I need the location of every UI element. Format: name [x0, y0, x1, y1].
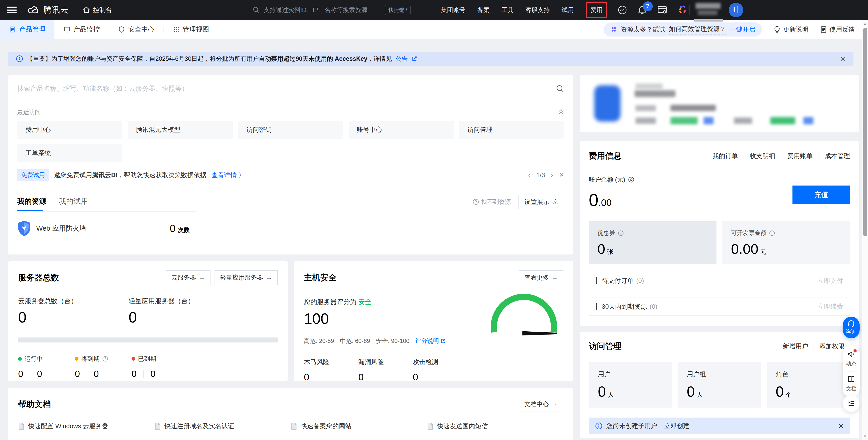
security-notice-banner: 【重要】为了增强您的账户与资产安全保障，自2025年6月30日起，将分批为所有用…: [8, 52, 854, 66]
collapse-chevrons-icon[interactable]: [558, 108, 564, 117]
expiring-resources-row[interactable]: 30天内到期资源 (0) 立即续费: [589, 297, 850, 316]
colorful-pinwheel-icon[interactable]: [677, 5, 687, 15]
consult-button[interactable]: 咨询: [843, 317, 860, 338]
unpaid-orders-row[interactable]: 待支付订单 (0) 立即支付: [589, 272, 850, 290]
announcement-link[interactable]: 公告: [396, 55, 408, 63]
server-card-title: 服务器总数: [18, 272, 59, 283]
tab-management-view[interactable]: 管理视图: [164, 20, 218, 39]
help-link[interactable]: 快速注册域名及实名认证: [154, 422, 291, 431]
user-groups-box[interactable]: 用户组 0人: [678, 362, 761, 408]
notification-bell-icon[interactable]: 7: [637, 5, 647, 15]
menu-icp[interactable]: 备案: [477, 6, 490, 14]
access-card-title: 访问管理: [589, 341, 621, 352]
banner-close-icon[interactable]: ✕: [840, 55, 846, 63]
notification-badge: 7: [643, 1, 653, 11]
help-link[interactable]: 快速配置 Windows 云服务器: [18, 422, 154, 431]
console-settings-icon[interactable]: [657, 5, 667, 15]
product-search-input[interactable]: [17, 85, 556, 92]
tab-security-center[interactable]: 安全中心: [109, 20, 163, 39]
view-more-button[interactable]: 查看更多→: [519, 270, 563, 285]
chip-access-key[interactable]: 访问密钥: [238, 121, 343, 139]
feed-button[interactable]: 动态: [846, 350, 857, 367]
help-link[interactable]: 快速发送国内短信: [427, 422, 563, 431]
main-content: 最近访问 费用中心 腾讯混元大模型 访问密钥 账号中心 访问管理 工单系统 免费…: [8, 75, 865, 440]
menu-group-account[interactable]: 集团账号: [441, 6, 465, 14]
feedback-link[interactable]: 使用反馈: [820, 25, 855, 34]
roles-box[interactable]: 角色 0个: [767, 362, 850, 408]
cant-find-resource-link[interactable]: 找不到资源: [473, 198, 511, 206]
trial-close-icon[interactable]: ✕: [559, 171, 564, 179]
menu-support[interactable]: 客服支持: [525, 6, 550, 14]
menu-trial[interactable]: 试用: [562, 6, 574, 14]
page-scrollbar[interactable]: ▲ ▼: [862, 20, 868, 440]
hamburger-menu-icon[interactable]: [7, 7, 17, 13]
search-icon[interactable]: [556, 84, 564, 93]
global-search[interactable]: 快捷键 /: [253, 5, 425, 15]
renew-now-link[interactable]: 立即续费: [818, 302, 843, 311]
prev-page-icon[interactable]: ‹: [528, 171, 530, 179]
one-click-enable-link[interactable]: 一键开启: [730, 25, 755, 34]
avatar[interactable]: 叶: [729, 3, 743, 17]
coupon-box[interactable]: 优惠券 0张: [589, 221, 716, 264]
search-icon: [253, 6, 260, 13]
display-settings-button[interactable]: 设置展示: [519, 195, 564, 209]
subnav-right: 资源太多？试试 如何高效管理资源？ 一键开启 更新说明 使用反馈: [603, 23, 855, 36]
global-search-input[interactable]: [264, 7, 381, 13]
add-user-link[interactable]: 新增用户: [777, 342, 813, 351]
next-page-icon[interactable]: ›: [551, 171, 553, 179]
menu-fee-annotated[interactable]: 费用: [586, 2, 608, 19]
create-now-link[interactable]: 立即创建: [664, 421, 689, 430]
subuser-notice: 您尚未创建子用户 立即创建 ✕: [589, 417, 850, 434]
chip-cam[interactable]: 访问管理: [459, 121, 564, 139]
monitor-icon: [63, 26, 70, 33]
cvm-button[interactable]: 云服务器→: [166, 270, 211, 285]
docs-button[interactable]: 文档: [846, 376, 857, 392]
score-explain-link[interactable]: 评分说明: [415, 337, 446, 345]
trojan-risk-stat: 木马风险0: [304, 358, 359, 383]
resource-management-promo[interactable]: 资源太多？试试 如何高效管理资源？ 一键开启: [603, 23, 762, 36]
waf-resource-cell[interactable]: Web 应用防火墙 0 次数: [17, 211, 196, 245]
pay-now-link[interactable]: 立即支付: [818, 277, 843, 285]
help-link[interactable]: 快速备案您的网站: [291, 422, 427, 431]
chip-fee-center[interactable]: 费用中心: [17, 121, 122, 139]
lighthouse-button[interactable]: 轻量应用服务器→: [215, 270, 278, 285]
external-link-icon[interactable]: [411, 56, 417, 62]
billing-statement-link[interactable]: 费用账单: [781, 152, 818, 160]
menu-tools[interactable]: 工具: [501, 6, 514, 14]
arrow-right-icon: →: [266, 274, 272, 281]
flower-icon: [610, 26, 617, 33]
users-box[interactable]: 用户 0人: [589, 362, 672, 408]
tab-my-trials[interactable]: 我的试用: [59, 196, 88, 211]
username-redacted[interactable]: [695, 2, 723, 18]
eye-icon[interactable]: [628, 176, 634, 183]
chip-account-center[interactable]: 账号中心: [349, 121, 454, 139]
tab-product-management[interactable]: 产品管理: [0, 20, 55, 39]
scroll-up-icon[interactable]: ▲: [863, 20, 867, 28]
tab-product-monitor[interactable]: 产品监控: [55, 20, 109, 39]
question-circle-icon[interactable]: [102, 356, 108, 362]
scrollbar-thumb[interactable]: [863, 28, 867, 236]
scroll-down-icon[interactable]: ▼: [863, 432, 867, 440]
trial-detail-link[interactable]: 查看详情 〉: [211, 171, 245, 179]
recharge-button[interactable]: 充值: [793, 186, 850, 204]
left-column: 最近访问 费用中心 腾讯混元大模型 访问密钥 账号中心 访问管理 工单系统 免费…: [8, 75, 574, 440]
tab-my-resources[interactable]: 我的资源: [17, 196, 46, 211]
waf-name[interactable]: Web 应用防火墙: [36, 224, 86, 233]
chip-ticket[interactable]: 工单系统: [17, 144, 122, 162]
my-orders-link[interactable]: 我的订单: [707, 152, 744, 160]
chip-hunyuan[interactable]: 腾讯混元大模型: [128, 121, 233, 139]
cloud-logo-icon: [27, 6, 40, 14]
income-expense-link[interactable]: 收支明细: [744, 152, 781, 160]
tencent-cloud-logo[interactable]: 腾讯云: [27, 4, 69, 15]
notice-close-icon[interactable]: ✕: [838, 422, 844, 430]
console-link[interactable]: 控制台: [83, 6, 112, 14]
cost-management-link[interactable]: 成本管理: [819, 152, 850, 160]
invoice-amount-box[interactable]: 可开发票金额 0.00元: [722, 221, 850, 264]
update-notes-link[interactable]: 更新说明: [774, 25, 809, 34]
doc-center-button[interactable]: 文档中心→: [519, 397, 563, 411]
brand-name: 腾讯云: [43, 4, 69, 15]
home-icon: [83, 6, 90, 14]
service-status-icon[interactable]: [617, 5, 627, 15]
right-column: 费用信息 我的订单 收支明细 费用账单 成本管理 账户余额 (元): [580, 75, 859, 438]
outline-list-button[interactable]: [843, 395, 860, 412]
